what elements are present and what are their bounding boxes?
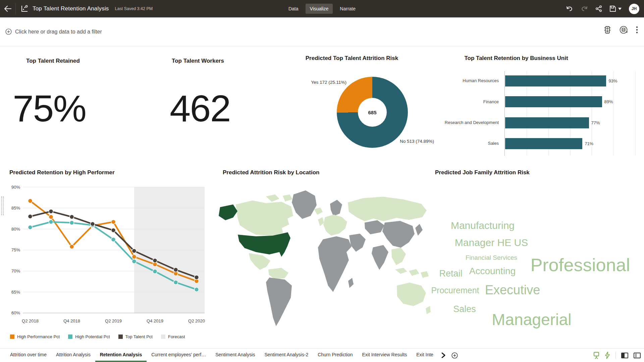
refresh-data-icon[interactable] xyxy=(619,25,628,34)
job-family-wordcloud[interactable]: ManufacturingManager HE USFinancial Serv… xyxy=(431,206,644,340)
data-point[interactable] xyxy=(70,215,74,219)
bar-human-resources[interactable] xyxy=(505,75,606,86)
data-point[interactable] xyxy=(195,275,199,280)
data-point[interactable] xyxy=(111,228,116,233)
canvas-tab-attrition-over-time[interactable]: Attrition over time xyxy=(5,349,51,362)
auto-insights-lightning-icon[interactable] xyxy=(605,352,610,359)
present-mode-icon[interactable] xyxy=(593,352,599,359)
cloud-word-manager-he-us[interactable]: Manager HE US xyxy=(455,237,528,248)
back-button[interactable] xyxy=(0,0,15,17)
bar-finance[interactable] xyxy=(505,96,602,107)
map-region-europe[interactable] xyxy=(323,215,347,236)
cloud-word-executive[interactable]: Executive xyxy=(485,283,540,297)
save-menu-caret-icon[interactable] xyxy=(618,8,622,10)
map-region-australia[interactable] xyxy=(397,283,426,306)
map-region-new-zealand[interactable] xyxy=(426,306,431,314)
cloud-word-accounting[interactable]: Accounting xyxy=(469,266,516,277)
data-point[interactable] xyxy=(111,237,116,242)
map-region-south-america-north[interactable] xyxy=(268,268,288,279)
map-region-india[interactable] xyxy=(372,245,388,270)
canvas-tab-churn-prediction[interactable]: Churn Prediction xyxy=(313,349,357,362)
map-region-russia[interactable] xyxy=(348,197,427,221)
visualization-settings-icon[interactable] xyxy=(604,26,611,34)
map-region-indonesia[interactable] xyxy=(421,271,429,278)
canvas-tab-sentiment-analysis-2[interactable]: Sentiment Analysis-2 xyxy=(260,349,313,362)
more-options-kebab-icon[interactable] xyxy=(636,26,638,34)
cloud-word-sales[interactable]: Sales xyxy=(453,304,476,314)
data-point[interactable] xyxy=(28,225,33,230)
data-point[interactable] xyxy=(49,215,53,219)
map-region-madagascar[interactable] xyxy=(348,278,354,288)
save-button[interactable] xyxy=(609,5,622,12)
legend-item-high-potential-pct[interactable]: High Potential Pct xyxy=(68,334,110,339)
legend-item-forecast[interactable]: Forecast xyxy=(161,334,185,339)
retention-line-chart[interactable]: 90%85%80%75%70%65%60%Q2 2018Q4 2018Q2 20… xyxy=(3,181,209,328)
map-region-middle-east[interactable] xyxy=(349,234,366,252)
bar-sales[interactable] xyxy=(505,138,582,149)
attrition-risk-donut[interactable]: 685 xyxy=(337,77,408,148)
data-point[interactable] xyxy=(28,214,33,219)
add-filter-prompt[interactable]: Click here or drag data to add a filter xyxy=(5,28,102,35)
data-point[interactable] xyxy=(153,258,157,263)
data-point[interactable] xyxy=(132,249,137,253)
scroll-tabs-right-chevron-icon[interactable] xyxy=(441,349,445,362)
data-point[interactable] xyxy=(153,269,157,274)
canvas-tab-sentiment-analysis[interactable]: Sentiment Analysis xyxy=(211,349,260,362)
map-region-scandinavia[interactable] xyxy=(330,200,342,216)
map-region-indonesia[interactable] xyxy=(409,269,419,276)
user-avatar[interactable]: JH xyxy=(629,4,639,14)
canvas-tab-exit-interview-results[interactable]: Exit Interview Results xyxy=(357,349,412,362)
map-region-south-america[interactable] xyxy=(266,278,292,326)
map-region-alaska[interactable] xyxy=(219,204,237,220)
canvas-tab-attrition-analysis[interactable]: Attrition Analysis xyxy=(51,349,95,362)
data-point[interactable] xyxy=(70,244,74,249)
legend-item-high-performance-pct[interactable]: High Performance Pct xyxy=(10,334,60,339)
data-point[interactable] xyxy=(174,267,178,272)
data-point[interactable] xyxy=(132,259,137,263)
attrition-world-map[interactable] xyxy=(216,185,432,338)
cloud-word-procurement[interactable]: Procurement xyxy=(431,286,479,295)
mode-tab-visualize[interactable]: Visualize xyxy=(306,4,333,14)
cloud-word-professional[interactable]: Professional xyxy=(530,254,630,275)
map-region-united-states[interactable] xyxy=(238,232,290,257)
data-point[interactable] xyxy=(28,199,33,203)
cloud-word-manufacturing[interactable]: Manufacturing xyxy=(451,220,515,231)
cloud-word-financial-services[interactable]: Financial Services xyxy=(466,254,517,261)
data-point[interactable] xyxy=(195,287,199,292)
layout-panel-left-icon[interactable] xyxy=(621,353,628,358)
map-region-japan[interactable] xyxy=(415,224,423,236)
bar-research-and-development[interactable] xyxy=(505,117,589,128)
mode-tab-narrate[interactable]: Narrate xyxy=(335,4,360,14)
data-point[interactable] xyxy=(49,220,53,224)
map-region-southeast-asia[interactable] xyxy=(391,248,406,265)
data-point[interactable] xyxy=(91,222,95,226)
data-point[interactable] xyxy=(132,254,137,259)
canvas-tab-retention-analysis[interactable]: Retention Analysis xyxy=(95,349,147,362)
cloud-word-retail[interactable]: Retail xyxy=(439,268,462,279)
add-canvas-icon[interactable] xyxy=(451,349,458,362)
map-region-canada[interactable] xyxy=(236,200,293,236)
canvas-tab-exit-inte[interactable]: Exit Inte xyxy=(412,349,438,362)
map-region-united-kingdom[interactable] xyxy=(318,217,324,226)
data-point[interactable] xyxy=(111,220,116,224)
canvas-tab-current-employees-perf-[interactable]: Current employees' perf… xyxy=(147,349,211,362)
data-point[interactable] xyxy=(70,221,74,225)
map-region-africa[interactable] xyxy=(318,236,352,292)
undo-button[interactable] xyxy=(566,5,573,12)
map-region-canada[interactable] xyxy=(283,194,292,201)
legend-item-top-talent-pct[interactable]: Top Talent Pct xyxy=(118,334,153,339)
mode-tab-data[interactable]: Data xyxy=(284,4,303,14)
layout-panel-outline-icon[interactable] xyxy=(634,353,641,358)
data-point[interactable] xyxy=(174,280,178,285)
share-button[interactable] xyxy=(595,5,602,12)
map-region-iceland[interactable] xyxy=(314,207,323,215)
redo-button[interactable] xyxy=(581,5,588,12)
cloud-word-managerial[interactable]: Managerial xyxy=(492,310,571,329)
map-region-canada[interactable] xyxy=(266,194,279,202)
map-region-indonesia[interactable] xyxy=(395,268,407,274)
map-region-china[interactable] xyxy=(382,221,415,248)
map-region-mexico[interactable] xyxy=(249,253,270,270)
map-region-central-asia[interactable] xyxy=(365,220,384,234)
map-region-greenland[interactable] xyxy=(292,190,317,219)
data-point[interactable] xyxy=(49,209,53,214)
